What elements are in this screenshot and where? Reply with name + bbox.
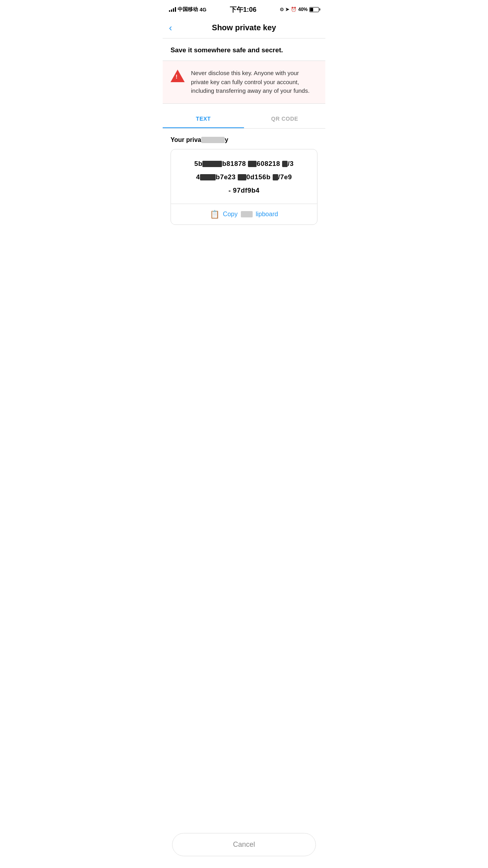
key-line-1: 5bb81878 608218 /3 [178, 157, 310, 171]
key-box: 5bb81878 608218 /3 4b7e23 0d156b /7e9 - … [171, 149, 317, 225]
warning-text: Never disclose this key. Anyone with you… [191, 69, 317, 96]
battery-percent: 40% [298, 7, 308, 12]
copy-redacted [241, 211, 253, 217]
status-left: 中国移动 4G [169, 6, 206, 13]
warning-banner: Never disclose this key. Anyone with you… [163, 61, 325, 104]
clipboard-label: lipboard [256, 211, 278, 218]
copy-label: Copy [223, 211, 237, 218]
signal-bar-1 [169, 10, 170, 12]
bottom-area: Cancel [163, 825, 325, 868]
key-line-3: - 97df9b4 [178, 184, 310, 197]
location-icon: ⊙ [280, 7, 284, 12]
nav-bar: ‹ Show private key [163, 17, 325, 39]
key-content: 5bb81878 608218 /3 4b7e23 0d156b /7e9 - … [178, 157, 310, 197]
page-title: Show private key [212, 23, 276, 32]
tab-qrcode[interactable]: QR CODE [244, 110, 325, 128]
carrier-name: 中国移动 [178, 6, 198, 13]
navigation-icon: ➤ [285, 7, 289, 12]
alarm-icon: ⏰ [291, 7, 297, 12]
signal-bar-3 [173, 8, 174, 12]
private-key-label: Your priva y [171, 136, 317, 143]
warning-triangle-icon [171, 70, 185, 82]
status-time: 下午1:06 [230, 5, 257, 14]
status-right: ⊙ ➤ ⏰ 40% [280, 7, 319, 12]
signal-bars [169, 7, 176, 12]
tab-text[interactable]: TEXT [163, 110, 244, 128]
network-type: 4G [200, 7, 206, 13]
cancel-button[interactable]: Cancel [172, 833, 316, 856]
tabs-container: TEXT QR CODE [163, 110, 325, 129]
copy-to-clipboard-button[interactable]: 📋 Copy lipboard [178, 204, 310, 224]
signal-bar-4 [175, 7, 176, 12]
safe-text-label: Save it somewhere safe and secret. [163, 39, 325, 61]
warning-icon-wrap [171, 69, 185, 83]
signal-bar-2 [171, 9, 172, 12]
back-button[interactable]: ‹ [169, 22, 172, 33]
battery-fill [310, 8, 313, 11]
battery-icon [309, 7, 319, 12]
private-key-section: Your priva y 5bb81878 608218 /3 4b7e23 0… [163, 129, 325, 233]
status-bar: 中国移动 4G 下午1:06 ⊙ ➤ ⏰ 40% [163, 0, 325, 17]
key-line-2: 4b7e23 0d156b /7e9 [178, 171, 310, 184]
copy-icon: 📋 [210, 210, 220, 219]
